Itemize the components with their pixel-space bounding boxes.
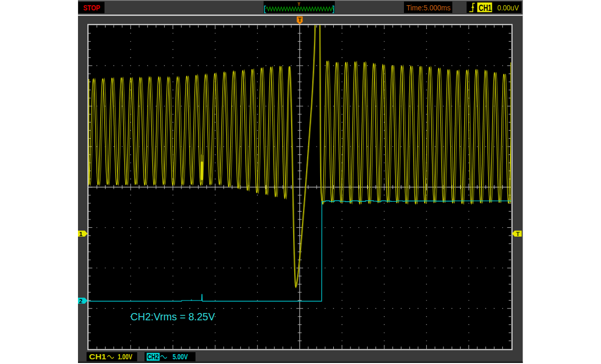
svg-text:CH1: CH1 xyxy=(479,3,492,13)
svg-text:5.00V: 5.00V xyxy=(173,353,188,361)
svg-text:T: T xyxy=(297,2,300,7)
svg-text:CH2:Vrms = 8.25V: CH2:Vrms = 8.25V xyxy=(130,310,215,322)
svg-text:Time:5.000ms: Time:5.000ms xyxy=(407,3,451,12)
svg-text:1: 1 xyxy=(79,231,83,237)
svg-text:CH2: CH2 xyxy=(148,353,159,361)
svg-text:2: 2 xyxy=(79,298,82,304)
svg-text:1.00V: 1.00V xyxy=(117,353,133,361)
svg-text:STOP: STOP xyxy=(83,4,100,12)
svg-text:0.00uV: 0.00uV xyxy=(497,3,519,12)
svg-text:CH1: CH1 xyxy=(89,353,106,361)
svg-text:T: T xyxy=(516,231,519,237)
svg-text:T: T xyxy=(298,17,302,23)
